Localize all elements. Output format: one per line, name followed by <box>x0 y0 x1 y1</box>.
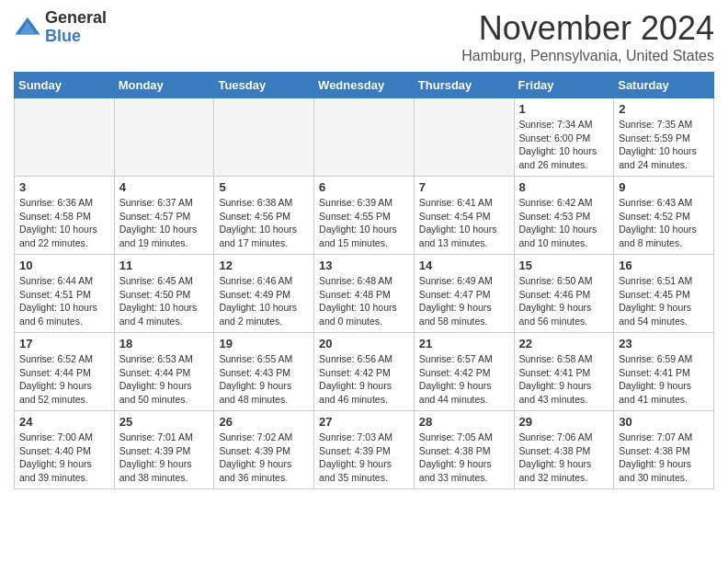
day-info: Sunrise: 6:43 AMSunset: 4:52 PMDaylight:… <box>619 196 709 250</box>
calendar-body: 1Sunrise: 7:34 AMSunset: 6:00 PMDaylight… <box>15 98 714 489</box>
day-cell: 26Sunrise: 7:02 AMSunset: 4:39 PMDayligh… <box>214 411 314 489</box>
day-info: Sunrise: 7:02 AMSunset: 4:39 PMDaylight:… <box>219 431 309 485</box>
day-cell: 14Sunrise: 6:49 AMSunset: 4:47 PMDayligh… <box>414 255 514 333</box>
day-info: Sunrise: 6:46 AMSunset: 4:49 PMDaylight:… <box>219 274 309 328</box>
day-info: Sunrise: 6:55 AMSunset: 4:43 PMDaylight:… <box>219 352 309 407</box>
day-info: Sunrise: 6:41 AMSunset: 4:54 PMDaylight:… <box>419 196 509 250</box>
day-cell <box>114 98 214 177</box>
day-cell: 16Sunrise: 6:51 AMSunset: 4:45 PMDayligh… <box>614 255 714 333</box>
title-block: November 2024 Hamburg, Pennsylvania, Uni… <box>461 9 714 64</box>
day-number: 29 <box>519 415 609 429</box>
day-cell: 3Sunrise: 6:36 AMSunset: 4:58 PMDaylight… <box>15 177 115 255</box>
day-info: Sunrise: 7:07 AMSunset: 4:38 PMDaylight:… <box>619 431 709 485</box>
day-info: Sunrise: 6:59 AMSunset: 4:41 PMDaylight:… <box>619 352 709 407</box>
day-cell: 28Sunrise: 7:05 AMSunset: 4:38 PMDayligh… <box>414 411 514 489</box>
day-cell <box>15 98 115 177</box>
day-cell: 18Sunrise: 6:53 AMSunset: 4:44 PMDayligh… <box>114 333 214 411</box>
day-number: 8 <box>519 180 609 194</box>
day-cell <box>214 98 314 177</box>
day-cell: 23Sunrise: 6:59 AMSunset: 4:41 PMDayligh… <box>614 333 714 411</box>
day-number: 10 <box>19 259 109 272</box>
day-info: Sunrise: 6:37 AMSunset: 4:57 PMDaylight:… <box>119 196 210 250</box>
day-info: Sunrise: 6:38 AMSunset: 4:56 PMDaylight:… <box>219 196 309 250</box>
day-number: 15 <box>519 259 609 272</box>
day-cell: 5Sunrise: 6:38 AMSunset: 4:56 PMDaylight… <box>214 177 314 255</box>
logo: General Blue <box>14 9 107 46</box>
day-number: 23 <box>619 337 709 350</box>
day-number: 4 <box>119 180 210 194</box>
day-info: Sunrise: 6:50 AMSunset: 4:46 PMDaylight:… <box>519 274 609 328</box>
day-cell: 13Sunrise: 6:48 AMSunset: 4:48 PMDayligh… <box>314 255 415 333</box>
day-number: 19 <box>219 337 309 350</box>
weekday-header-tuesday: Tuesday <box>214 73 314 98</box>
weekday-header-thursday: Thursday <box>414 73 514 98</box>
day-cell <box>314 98 415 177</box>
day-cell: 2Sunrise: 7:35 AMSunset: 5:59 PMDaylight… <box>614 98 714 177</box>
month-title: November 2024 <box>461 9 714 48</box>
day-info: Sunrise: 6:36 AMSunset: 4:58 PMDaylight:… <box>19 196 109 250</box>
day-number: 6 <box>319 180 409 194</box>
day-number: 7 <box>419 180 509 194</box>
day-cell: 6Sunrise: 6:39 AMSunset: 4:55 PMDaylight… <box>314 177 415 255</box>
day-info: Sunrise: 6:51 AMSunset: 4:45 PMDaylight:… <box>619 274 709 328</box>
logo-icon <box>14 14 41 41</box>
day-info: Sunrise: 6:42 AMSunset: 4:53 PMDaylight:… <box>519 196 609 250</box>
day-number: 24 <box>19 415 109 429</box>
day-number: 3 <box>19 180 109 194</box>
day-number: 5 <box>219 180 309 194</box>
day-info: Sunrise: 6:44 AMSunset: 4:51 PMDaylight:… <box>19 274 109 328</box>
day-number: 13 <box>319 259 409 272</box>
day-cell: 19Sunrise: 6:55 AMSunset: 4:43 PMDayligh… <box>214 333 314 411</box>
day-cell: 10Sunrise: 6:44 AMSunset: 4:51 PMDayligh… <box>15 255 115 333</box>
weekday-header-row: SundayMondayTuesdayWednesdayThursdayFrid… <box>15 73 714 98</box>
day-info: Sunrise: 6:48 AMSunset: 4:48 PMDaylight:… <box>319 274 409 328</box>
week-row-3: 10Sunrise: 6:44 AMSunset: 4:51 PMDayligh… <box>15 255 714 333</box>
weekday-header-monday: Monday <box>114 73 214 98</box>
day-info: Sunrise: 7:06 AMSunset: 4:38 PMDaylight:… <box>519 431 609 485</box>
day-cell: 1Sunrise: 7:34 AMSunset: 6:00 PMDaylight… <box>514 98 614 177</box>
day-cell: 9Sunrise: 6:43 AMSunset: 4:52 PMDaylight… <box>614 177 714 255</box>
day-info: Sunrise: 6:57 AMSunset: 4:42 PMDaylight:… <box>419 352 509 407</box>
day-cell <box>414 98 514 177</box>
day-info: Sunrise: 6:56 AMSunset: 4:42 PMDaylight:… <box>319 352 409 407</box>
day-cell: 25Sunrise: 7:01 AMSunset: 4:39 PMDayligh… <box>114 411 214 489</box>
weekday-header-wednesday: Wednesday <box>314 73 415 98</box>
day-cell: 21Sunrise: 6:57 AMSunset: 4:42 PMDayligh… <box>414 333 514 411</box>
day-number: 16 <box>619 259 709 272</box>
day-info: Sunrise: 7:05 AMSunset: 4:38 PMDaylight:… <box>419 431 509 485</box>
day-number: 12 <box>219 259 309 272</box>
location: Hamburg, Pennsylvania, United States <box>461 48 714 64</box>
day-info: Sunrise: 6:39 AMSunset: 4:55 PMDaylight:… <box>319 196 409 250</box>
week-row-1: 1Sunrise: 7:34 AMSunset: 6:00 PMDaylight… <box>15 98 714 177</box>
day-cell: 24Sunrise: 7:00 AMSunset: 4:40 PMDayligh… <box>15 411 115 489</box>
day-info: Sunrise: 6:58 AMSunset: 4:41 PMDaylight:… <box>519 352 609 407</box>
page-header: General Blue November 2024 Hamburg, Penn… <box>14 9 714 64</box>
day-number: 11 <box>119 259 210 272</box>
day-info: Sunrise: 7:01 AMSunset: 4:39 PMDaylight:… <box>119 431 210 485</box>
calendar-table: SundayMondayTuesdayWednesdayThursdayFrid… <box>14 72 714 489</box>
day-number: 2 <box>619 102 709 116</box>
day-number: 14 <box>419 259 509 272</box>
day-cell: 27Sunrise: 7:03 AMSunset: 4:39 PMDayligh… <box>314 411 415 489</box>
day-info: Sunrise: 6:49 AMSunset: 4:47 PMDaylight:… <box>419 274 509 328</box>
day-cell: 22Sunrise: 6:58 AMSunset: 4:41 PMDayligh… <box>514 333 614 411</box>
day-cell: 4Sunrise: 6:37 AMSunset: 4:57 PMDaylight… <box>114 177 214 255</box>
week-row-5: 24Sunrise: 7:00 AMSunset: 4:40 PMDayligh… <box>15 411 714 489</box>
day-info: Sunrise: 6:45 AMSunset: 4:50 PMDaylight:… <box>119 274 210 328</box>
day-cell: 17Sunrise: 6:52 AMSunset: 4:44 PMDayligh… <box>15 333 115 411</box>
day-cell: 12Sunrise: 6:46 AMSunset: 4:49 PMDayligh… <box>214 255 314 333</box>
day-number: 9 <box>619 180 709 194</box>
day-info: Sunrise: 6:53 AMSunset: 4:44 PMDaylight:… <box>119 352 210 407</box>
day-number: 21 <box>419 337 509 350</box>
day-number: 17 <box>19 337 109 350</box>
day-number: 18 <box>119 337 210 350</box>
week-row-4: 17Sunrise: 6:52 AMSunset: 4:44 PMDayligh… <box>15 333 714 411</box>
day-cell: 8Sunrise: 6:42 AMSunset: 4:53 PMDaylight… <box>514 177 614 255</box>
day-info: Sunrise: 7:03 AMSunset: 4:39 PMDaylight:… <box>319 431 409 485</box>
day-number: 27 <box>319 415 409 429</box>
weekday-header-friday: Friday <box>514 73 614 98</box>
day-info: Sunrise: 7:35 AMSunset: 5:59 PMDaylight:… <box>619 118 709 172</box>
day-cell: 30Sunrise: 7:07 AMSunset: 4:38 PMDayligh… <box>614 411 714 489</box>
day-number: 30 <box>619 415 709 429</box>
day-number: 28 <box>419 415 509 429</box>
